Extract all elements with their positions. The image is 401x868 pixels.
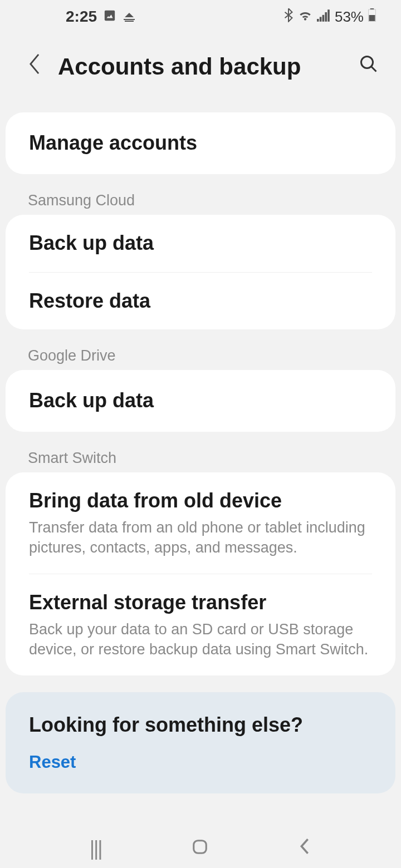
looking-for-card: Looking for something else? Reset — [6, 692, 395, 793]
battery-percentage: 53% — [335, 8, 364, 26]
google-drive-backup-label: Back up data — [29, 388, 372, 414]
samsung-cloud-restore-item[interactable]: Restore data — [6, 273, 395, 330]
bring-data-title: Bring data from old device — [29, 488, 372, 514]
navigation-bar: ||| — [0, 829, 401, 868]
nav-recents-icon[interactable]: ||| — [90, 837, 102, 860]
svg-rect-5 — [327, 9, 330, 22]
status-bar: 2:25 53% — [0, 0, 401, 33]
external-storage-subtitle: Back up your data to an SD card or USB s… — [29, 619, 372, 660]
samsung-cloud-card: Back up data Restore data — [6, 215, 395, 330]
samsung-cloud-restore-label: Restore data — [29, 288, 372, 314]
image-icon — [104, 8, 116, 26]
page-header: Accounts and backup — [0, 33, 401, 102]
reset-link[interactable]: Reset — [29, 752, 372, 772]
search-icon[interactable] — [359, 54, 379, 79]
google-drive-backup-item[interactable]: Back up data — [6, 370, 395, 432]
wifi-icon — [298, 8, 312, 26]
external-storage-item[interactable]: External storage transfer Back up your d… — [6, 574, 395, 675]
manage-accounts-item[interactable]: Manage accounts — [6, 112, 395, 174]
external-storage-title: External storage transfer — [29, 590, 372, 616]
svg-rect-1 — [317, 19, 319, 22]
samsung-cloud-backup-label: Back up data — [29, 230, 372, 257]
smart-switch-card: Bring data from old device Transfer data… — [6, 472, 395, 675]
svg-rect-8 — [369, 15, 375, 21]
back-icon[interactable] — [28, 53, 41, 80]
looking-title: Looking for something else? — [29, 713, 372, 737]
battery-icon — [368, 8, 376, 26]
section-header-google-drive: Google Drive — [0, 329, 401, 370]
nav-back-icon[interactable] — [298, 837, 311, 861]
svg-rect-3 — [322, 14, 325, 21]
svg-rect-10 — [194, 841, 207, 854]
page-title: Accounts and backup — [58, 53, 342, 80]
status-right: 53% — [283, 8, 376, 26]
samsung-cloud-backup-item[interactable]: Back up data — [6, 215, 395, 272]
section-header-samsung-cloud: Samsung Cloud — [0, 174, 401, 215]
weather-icon — [123, 8, 136, 26]
bring-data-subtitle: Transfer data from an old phone or table… — [29, 517, 372, 558]
status-left: 2:25 — [66, 8, 136, 26]
status-time: 2:25 — [66, 8, 97, 26]
section-header-smart-switch: Smart Switch — [0, 432, 401, 472]
signal-icon — [317, 8, 330, 26]
manage-accounts-label: Manage accounts — [29, 130, 372, 156]
svg-point-9 — [361, 57, 373, 68]
bluetooth-icon — [283, 8, 294, 26]
svg-rect-2 — [320, 17, 322, 21]
svg-rect-4 — [325, 12, 327, 22]
svg-rect-0 — [105, 11, 115, 21]
bring-data-item[interactable]: Bring data from old device Transfer data… — [6, 472, 395, 574]
nav-home-icon[interactable] — [192, 837, 208, 860]
